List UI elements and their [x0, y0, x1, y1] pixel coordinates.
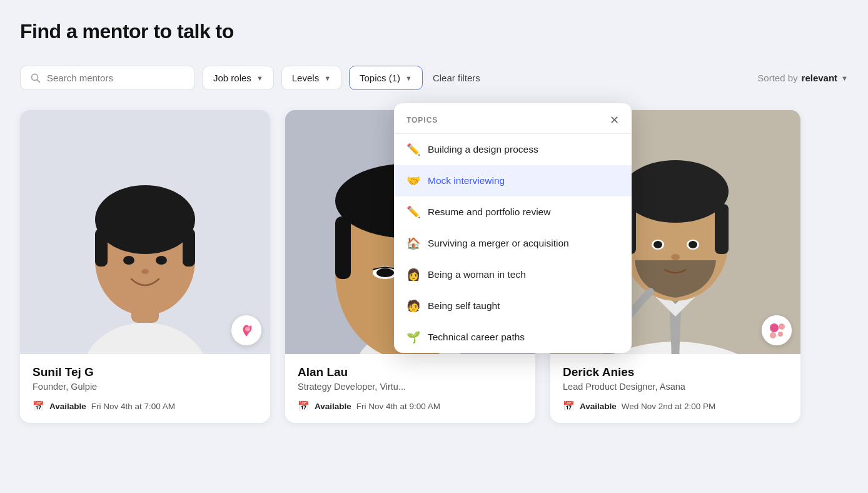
gulpie-logo [231, 315, 261, 345]
svg-point-10 [123, 256, 134, 265]
mentor-card-body-sunil: Sunil Tej G Founder, Gulpie 📅 Available … [20, 354, 270, 423]
levels-chevron-icon: ▼ [324, 74, 331, 82]
avail-time-alan: Fri Nov 4th at 9:00 AM [356, 402, 440, 411]
dropdown-item[interactable]: ✏️ Resume and portfolio review [394, 196, 632, 228]
page-title: Find a mentor to talk to [20, 20, 848, 43]
search-icon [31, 73, 41, 83]
svg-rect-9 [183, 229, 195, 267]
mentor-card-body-derick: Derick Anies Lead Product Designer, Asan… [550, 354, 800, 423]
svg-point-14 [245, 327, 250, 332]
mentor-availability-derick: 📅 Available Wed Nov 2nd at 2:00 PM [563, 400, 788, 412]
sort-chevron-icon: ▼ [841, 74, 848, 82]
mentor-role-derick: Lead Product Designer, Asana [563, 382, 788, 392]
topic-emoji-3: 🏠 [406, 236, 420, 250]
mentor-role-alan: Strategy Developer, Virtu... [298, 382, 523, 392]
dropdown-item-selected[interactable]: 🤝 Mock interviewing [394, 165, 632, 196]
svg-point-39 [654, 241, 662, 248]
filters-row: Job roles ▼ Levels ▼ Topics (1) ▼ Clear … [20, 66, 848, 90]
mentor-photo-sunil [20, 110, 270, 354]
avail-time-sunil: Fri Nov 4th at 7:00 AM [91, 402, 175, 411]
dropdown-item[interactable]: ✏️ Building a design process [394, 134, 632, 165]
topics-label: Topics (1) [360, 73, 400, 83]
topic-label-0: Building a design process [428, 144, 538, 155]
sar-logo [762, 315, 792, 345]
topic-label-6: Technical career paths [428, 332, 525, 343]
topics-dropdown: TOPICS ✕ ✏️ Building a design process 🤝 … [394, 103, 632, 353]
topic-label-5: Being self taught [428, 300, 500, 312]
svg-rect-36 [715, 204, 729, 254]
svg-point-41 [671, 254, 680, 260]
mentor-availability-alan: 📅 Available Fri Nov 4th at 9:00 AM [298, 400, 523, 412]
mentor-name-derick: Derick Anies [563, 365, 788, 379]
sort-section: Sorted by relevant ▼ [757, 73, 848, 83]
topic-label-2: Resume and portfolio review [428, 206, 550, 218]
mentor-role-sunil: Founder, Gulpie [33, 382, 258, 392]
avail-label-sunil: Available [49, 402, 86, 411]
levels-filter[interactable]: Levels ▼ [281, 66, 341, 90]
svg-point-47 [778, 332, 783, 337]
mentor-name-sunil: Sunil Tej G [33, 365, 258, 379]
dropdown-header: TOPICS ✕ [394, 103, 632, 134]
topic-emoji-4: 👩 [406, 268, 420, 282]
avail-label-derick: Available [580, 402, 617, 411]
svg-point-12 [141, 269, 149, 274]
job-roles-label: Job roles [213, 73, 251, 83]
topic-label-3: Surviving a merger or acquisition [428, 238, 569, 249]
svg-point-25 [376, 268, 394, 277]
job-roles-filter[interactable]: Job roles ▼ [203, 66, 274, 90]
dropdown-item[interactable]: 🏠 Surviving a merger or acquisition [394, 228, 632, 259]
sort-prefix: Sorted by [757, 73, 797, 83]
avail-time-derick: Wed Nov 2nd at 2:00 PM [622, 402, 716, 411]
calendar-icon-alan: 📅 [298, 400, 310, 412]
svg-point-40 [689, 241, 697, 248]
clear-filters-button[interactable]: Clear filters [430, 66, 483, 89]
svg-point-45 [779, 323, 785, 330]
svg-point-7 [95, 185, 195, 254]
dropdown-header-label: TOPICS [406, 116, 438, 125]
topic-emoji-5: 🧑 [406, 299, 420, 313]
topic-emoji-2: ✏️ [406, 205, 420, 219]
mentor-card-body-alan: Alan Lau Strategy Developer, Virtu... 📅 … [285, 354, 535, 423]
dropdown-item[interactable]: 🌱 Technical career paths [394, 322, 632, 353]
dropdown-close-button[interactable]: ✕ [610, 114, 619, 126]
svg-line-1 [38, 79, 40, 82]
avail-label-alan: Available [315, 402, 351, 411]
levels-label: Levels [292, 73, 319, 83]
dropdown-item[interactable]: 👩 Being a woman in tech [394, 259, 632, 290]
search-box [20, 66, 195, 90]
search-input[interactable] [47, 73, 184, 83]
mentor-name-alan: Alan Lau [298, 365, 523, 379]
calendar-icon-sunil: 📅 [33, 400, 44, 412]
topic-label-1: Mock interviewing [428, 175, 505, 186]
sort-value: relevant [802, 73, 838, 83]
topic-emoji-6: 🌱 [406, 330, 420, 344]
mentor-card-sunil[interactable]: Sunil Tej G Founder, Gulpie 📅 Available … [20, 110, 270, 423]
topics-chevron-icon: ▼ [405, 74, 412, 82]
job-roles-chevron-icon: ▼ [256, 74, 263, 82]
topics-filter[interactable]: Topics (1) ▼ [349, 66, 423, 90]
svg-rect-21 [335, 216, 351, 279]
sunil-portrait [20, 110, 270, 354]
svg-point-34 [622, 160, 729, 223]
dropdown-item[interactable]: 🧑 Being self taught [394, 290, 632, 322]
calendar-icon-derick: 📅 [563, 400, 575, 412]
svg-point-11 [156, 256, 167, 265]
topic-label-4: Being a woman in tech [428, 269, 526, 280]
svg-point-46 [770, 332, 776, 338]
topic-emoji-0: ✏️ [406, 143, 420, 156]
svg-point-44 [770, 323, 779, 332]
mentor-availability-sunil: 📅 Available Fri Nov 4th at 7:00 AM [33, 400, 258, 412]
topic-emoji-1: 🤝 [406, 174, 420, 188]
svg-rect-8 [95, 229, 108, 267]
